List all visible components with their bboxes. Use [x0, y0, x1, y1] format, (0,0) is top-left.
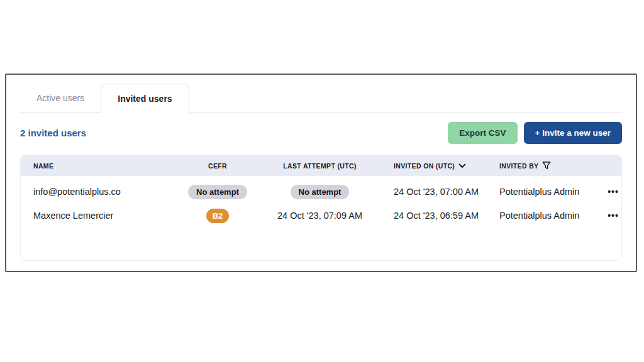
tab-invited-users[interactable]: Invited users: [101, 84, 189, 112]
table-row: info@potentialplus.coNo attemptNo attemp…: [21, 180, 621, 204]
invite-new-user-button[interactable]: + Invite a new user: [524, 122, 622, 144]
cell-invited-by: Potentialplus Admin: [498, 211, 605, 221]
cell-name: info@potentialplus.co: [21, 187, 170, 197]
tab-active-users[interactable]: Active users: [20, 84, 101, 112]
cell-actions: •••: [605, 187, 621, 197]
row-actions-button[interactable]: •••: [608, 211, 619, 220]
column-header-invited-by-label: INVITED BY: [499, 162, 538, 170]
export-csv-button[interactable]: Export CSV: [448, 122, 517, 144]
filter-icon: [542, 162, 551, 170]
cefr-level-badge: B2: [206, 209, 230, 223]
table-row: Maxence LemercierB224 Oct '23, 07:09 AM2…: [21, 204, 621, 228]
toolbar: 2 invited users Export CSV + Invite a ne…: [20, 121, 622, 144]
no-attempt-pill: No attempt: [188, 185, 247, 199]
column-header-invited-by[interactable]: INVITED BY: [498, 162, 605, 170]
chevron-down-icon: [458, 163, 466, 168]
invited-users-table: NAME CEFR LAST ATTEMPT (UTC) INVITED ON …: [20, 155, 622, 261]
column-header-invited-on-label: INVITED ON (UTC): [394, 162, 455, 170]
cell-invited-by: Potentialplus Admin: [498, 187, 605, 197]
cell-last-attempt: No attempt: [265, 185, 375, 199]
tab-bar: Active users Invited users: [20, 75, 622, 112]
toolbar-buttons: Export CSV + Invite a new user: [448, 122, 622, 144]
cell-invited-on: 24 Oct '23, 07:00 AM: [375, 187, 498, 197]
row-actions-button[interactable]: •••: [608, 187, 619, 196]
column-header-last-attempt: LAST ATTEMPT (UTC): [265, 162, 375, 170]
cell-cefr: No attempt: [170, 185, 265, 199]
table-header-row: NAME CEFR LAST ATTEMPT (UTC) INVITED ON …: [21, 155, 621, 176]
users-panel: Active users Invited users 2 invited use…: [5, 74, 637, 272]
cell-actions: •••: [605, 211, 621, 221]
column-header-name: NAME: [21, 162, 170, 170]
cell-last-attempt: 24 Oct '23, 07:09 AM: [265, 211, 375, 221]
cell-cefr: B2: [170, 209, 265, 223]
column-header-invited-on[interactable]: INVITED ON (UTC): [375, 162, 498, 170]
cell-name: Maxence Lemercier: [21, 211, 170, 221]
column-header-cefr: CEFR: [170, 162, 265, 170]
table-body: info@potentialplus.coNo attemptNo attemp…: [21, 176, 621, 228]
invited-users-count: 2 invited users: [20, 128, 86, 138]
no-attempt-pill: No attempt: [291, 185, 350, 199]
cell-invited-on: 24 Oct '23, 06:59 AM: [375, 211, 498, 221]
